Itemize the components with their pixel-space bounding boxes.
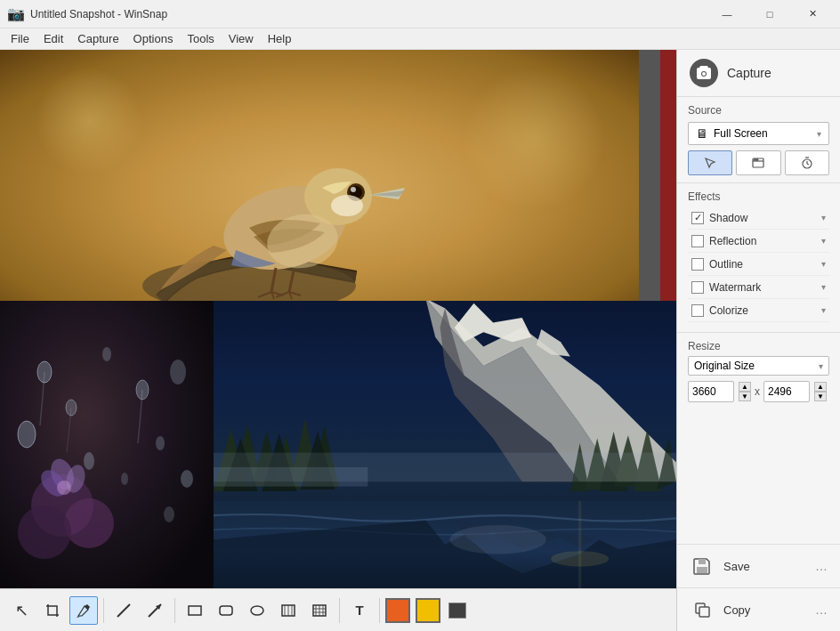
line-tool[interactable]: [109, 596, 138, 625]
svg-point-18: [102, 347, 111, 361]
crop-tool[interactable]: [38, 596, 67, 625]
resize-section: Resize Original Size ▾ 3660 ▲ ▼ x 2496 ▲: [677, 332, 840, 409]
colorize-label: Colorize: [709, 304, 821, 317]
background-color-swatch[interactable]: [416, 598, 440, 623]
watermark-label: Watermark: [709, 281, 821, 294]
svg-point-1: [36, 68, 142, 174]
svg-point-2: [463, 68, 605, 210]
monitor-icon: 🖥: [696, 126, 708, 141]
minimize-button[interactable]: —: [707, 0, 747, 28]
ellipse-tool[interactable]: [243, 596, 271, 625]
menu-edit[interactable]: Edit: [36, 30, 70, 47]
line-width-indicator[interactable]: [448, 603, 466, 619]
canvas-area: ↖: [0, 50, 676, 631]
window-title: Untitled Snapshot - WinSnap: [30, 8, 707, 20]
effect-outline[interactable]: Outline ▾: [688, 253, 829, 276]
save-button[interactable]: Save …: [677, 544, 840, 587]
right-panel: Capture Source 🖥 Full Screen ▾: [676, 50, 840, 631]
resize-dimensions: 3660 ▲ ▼ x 2496 ▲ ▼: [688, 381, 829, 402]
height-input[interactable]: 2496: [763, 381, 810, 402]
outline-label: Outline: [709, 258, 821, 271]
capture-button[interactable]: Capture: [677, 50, 840, 97]
colorize-expand-icon[interactable]: ▾: [821, 305, 826, 315]
reflection-checkbox[interactable]: [691, 235, 704, 247]
glass-image: [0, 301, 214, 588]
svg-rect-82: [697, 567, 707, 573]
arrow-tool[interactable]: [141, 596, 169, 625]
titlebar: 📷 Untitled Snapshot - WinSnap — □ ✕: [0, 0, 840, 28]
colorize-checkbox[interactable]: [691, 304, 704, 317]
svg-line-79: [807, 164, 809, 165]
cursor-source-btn[interactable]: [688, 150, 732, 175]
svg-point-60: [251, 606, 263, 615]
width-down-button[interactable]: ▼: [739, 392, 751, 401]
reflection-expand-icon[interactable]: ▾: [821, 236, 826, 246]
window-source-btn[interactable]: [736, 150, 780, 175]
text-tool[interactable]: T: [345, 596, 374, 625]
height-down-button[interactable]: ▼: [814, 392, 827, 401]
svg-point-52: [449, 525, 545, 554]
spacer: [677, 409, 840, 544]
height-up-button[interactable]: ▲: [814, 382, 827, 392]
copy-button[interactable]: Copy …: [677, 587, 840, 631]
crosshatch-tool[interactable]: [305, 596, 334, 625]
svg-point-21: [84, 452, 94, 470]
close-button[interactable]: ✕: [792, 0, 833, 28]
menu-tools[interactable]: Tools: [180, 30, 221, 47]
source-controls: [688, 150, 829, 175]
outline-checkbox[interactable]: [691, 258, 704, 271]
svg-point-31: [181, 470, 193, 488]
separator-2: [174, 598, 175, 623]
svg-point-20: [170, 360, 186, 384]
watermark-checkbox[interactable]: [691, 281, 704, 294]
menu-help[interactable]: Help: [261, 30, 299, 47]
svg-rect-58: [189, 606, 201, 615]
outline-expand-icon[interactable]: ▾: [821, 259, 826, 269]
foreground-color-swatch[interactable]: [385, 598, 410, 623]
reflection-label: Reflection: [709, 235, 821, 247]
source-dropdown[interactable]: 🖥 Full Screen ▾: [688, 122, 829, 145]
svg-point-29: [57, 481, 71, 495]
width-input[interactable]: 3660: [688, 381, 734, 402]
svg-point-24: [64, 498, 114, 548]
rounded-rect-tool[interactable]: [212, 596, 240, 625]
svg-point-32: [164, 506, 174, 522]
watermark-expand-icon[interactable]: ▾: [821, 282, 826, 292]
forest-photo: [214, 301, 676, 588]
effects-section: Effects Shadow ▾ Reflection ▾ Outline ▾: [677, 183, 840, 332]
menu-options[interactable]: Options: [126, 30, 181, 47]
shadow-expand-icon[interactable]: ▾: [821, 213, 826, 222]
svg-point-75: [755, 159, 756, 161]
effect-colorize[interactable]: Colorize ▾: [688, 299, 829, 322]
red-border: [660, 50, 676, 335]
effect-shadow[interactable]: Shadow ▾: [688, 206, 829, 230]
separator-3: [339, 598, 340, 623]
bird-photo: [0, 50, 639, 335]
pen-tool[interactable]: [69, 596, 98, 625]
svg-point-13: [331, 195, 363, 216]
source-section: Source 🖥 Full Screen ▾: [677, 97, 840, 183]
menu-view[interactable]: View: [222, 30, 261, 47]
effect-watermark[interactable]: Watermark ▾: [688, 276, 829, 299]
resize-dropdown-arrow-icon: ▾: [819, 361, 823, 371]
maximize-button[interactable]: □: [749, 0, 790, 28]
menu-file[interactable]: File: [4, 30, 36, 47]
hatched-rect-tool[interactable]: [274, 596, 303, 625]
effects-label: Effects: [688, 190, 829, 203]
rectangle-tool[interactable]: [181, 596, 209, 625]
resize-dropdown[interactable]: Original Size ▾: [688, 356, 829, 376]
svg-point-22: [121, 473, 128, 485]
glass-photo: [0, 301, 214, 588]
effect-reflection[interactable]: Reflection ▾: [688, 230, 829, 253]
shadow-checkbox[interactable]: [691, 212, 704, 224]
pointer-tool[interactable]: ↖: [7, 596, 36, 625]
width-up-button[interactable]: ▲: [739, 382, 751, 392]
svg-rect-83: [699, 607, 709, 617]
svg-point-30: [156, 436, 165, 450]
menu-capture[interactable]: Capture: [70, 30, 125, 47]
timer-source-btn[interactable]: [785, 150, 829, 175]
dimension-separator: x: [755, 385, 760, 398]
svg-point-76: [757, 159, 759, 161]
height-spinners: ▲ ▼: [814, 382, 827, 401]
width-spinners: ▲ ▼: [739, 382, 751, 401]
